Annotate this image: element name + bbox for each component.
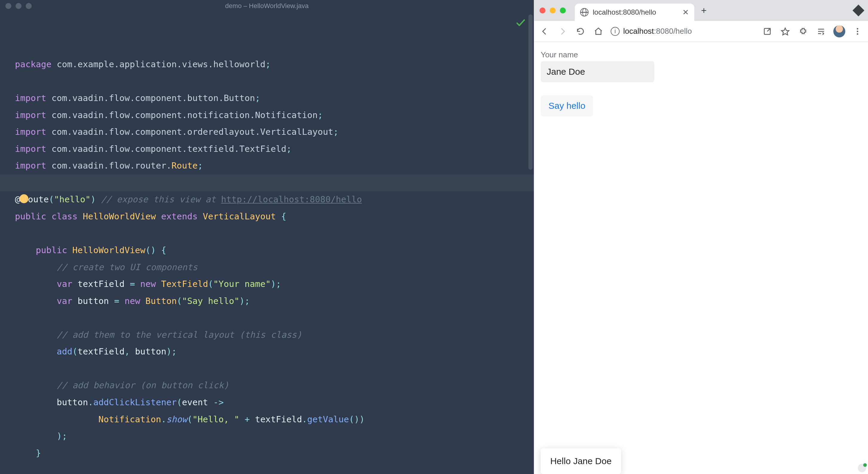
back-button[interactable] [539,26,550,37]
svg-line-1 [767,28,770,31]
kebab-menu-icon[interactable] [852,26,863,37]
code-editor[interactable]: package com.example.application.views.he… [0,12,534,474]
home-button[interactable] [593,26,604,37]
forward-button[interactable] [557,26,568,37]
browser-toolbar: i localhost:8080/hello [534,21,868,42]
name-field-label: Your name [541,50,861,60]
browser-traffic-lights[interactable] [539,7,566,13]
tab-title: localhost:8080/hello [593,8,678,17]
tabbar-menu-icon[interactable] [852,4,864,17]
reading-list-icon[interactable] [815,26,827,37]
browser-tab[interactable]: localhost:8080/hello ✕ [575,4,694,21]
svg-point-6 [857,28,859,29]
reload-button[interactable] [575,26,586,37]
site-info-icon[interactable]: i [611,27,620,36]
tab-close-icon[interactable]: ✕ [682,8,689,17]
ide-titlebar: demo – HelloWorldView.java [0,0,534,12]
browser-window: localhost:8080/hello ✕ + i localhost:808… [534,0,868,474]
lightbulb-icon[interactable] [20,194,28,203]
notification-toast: Hello Jane Doe [541,448,621,474]
bookmark-icon[interactable] [779,26,791,37]
ide-window: demo – HelloWorldView.java package com.e… [0,0,534,474]
install-app-icon[interactable] [762,26,773,37]
svg-marker-2 [782,28,789,35]
say-hello-button[interactable]: Say hello [541,95,593,116]
ide-title: demo – HelloWorldView.java [0,2,534,10]
url-path: :8080/hello [654,27,692,36]
name-input[interactable] [541,61,654,82]
address-bar[interactable]: i localhost:8080/hello [611,24,755,38]
url-host: localhost [623,27,654,36]
browser-tabbar: localhost:8080/hello ✕ + [534,0,868,21]
svg-point-7 [857,30,859,32]
extensions-icon[interactable] [798,26,809,37]
browser-max-dot[interactable] [560,7,566,13]
profile-avatar[interactable] [833,25,845,37]
page-viewport: Your name Say hello Hello Jane Doe [534,42,868,474]
svg-point-8 [857,33,859,35]
new-tab-button[interactable]: + [697,4,711,17]
browser-min-dot[interactable] [550,7,556,13]
vaadin-badge-icon[interactable] [858,464,866,472]
globe-icon [580,8,589,17]
browser-close-dot[interactable] [539,7,546,13]
code-content: package com.example.application.views.he… [15,56,522,474]
